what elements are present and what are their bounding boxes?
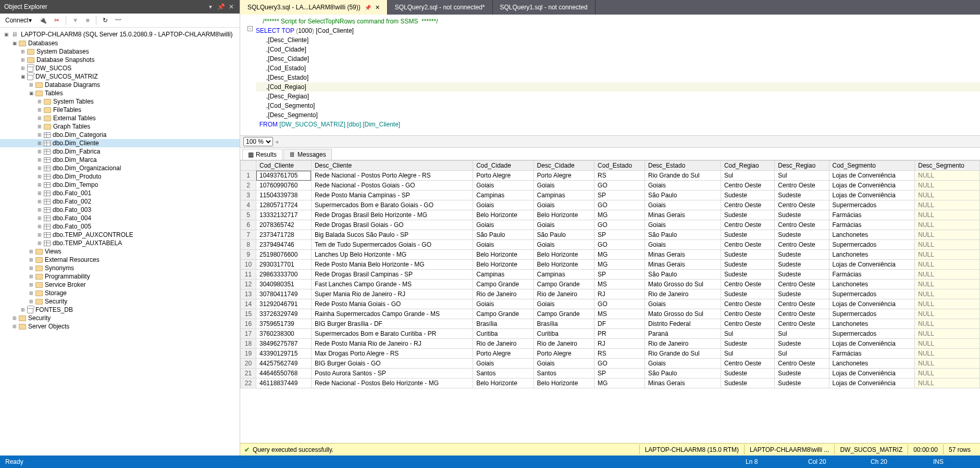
cell[interactable]: Rede Nacional - Postos Porto Alegre - RS [311, 171, 473, 181]
cell[interactable]: 29863333700 [256, 270, 312, 280]
cell[interactable]: Centro Oeste [775, 240, 829, 250]
cell[interactable]: 44646550768 [256, 369, 312, 378]
cell[interactable]: MG [594, 250, 645, 260]
table-row[interactable]: 72373471728Big Balada Sucos São Paulo - … [241, 230, 980, 240]
col-Desc_Regiao[interactable]: Desc_Regiao [775, 161, 829, 171]
cell[interactable]: São Paulo [644, 191, 721, 200]
cell[interactable]: Sudeste [775, 270, 829, 280]
cell[interactable]: Goiais [534, 181, 594, 191]
col-Cod_Cliente[interactable]: Cod_Cliente [256, 161, 312, 171]
cell[interactable]: NULL [915, 250, 980, 260]
cell[interactable]: Lojas de Conveniência [829, 191, 915, 200]
db-dwsucos[interactable]: ⊞DW_SUCOS [0, 64, 240, 72]
cell[interactable]: NULL [915, 369, 980, 378]
cell[interactable]: Tem de Tudo Supermercados Goiais - GO [311, 240, 473, 250]
cell[interactable]: BIG Burger Goiais - GO [311, 359, 473, 369]
cell[interactable]: Lojas de Conveniência [829, 181, 915, 191]
col-Desc_Cidade[interactable]: Desc_Cidade [534, 161, 594, 171]
cell[interactable]: 43390129715 [256, 349, 312, 359]
cell[interactable]: NULL [915, 378, 980, 388]
cell[interactable]: Campo Grande [473, 280, 534, 289]
system-tables-node[interactable]: ⊞System Tables [0, 97, 240, 106]
cell[interactable]: Goiais [473, 220, 534, 230]
row-number[interactable]: 2 [241, 181, 256, 191]
cell[interactable]: BIG Burger Brasília - DF [311, 319, 473, 329]
cell[interactable]: GO [594, 181, 645, 191]
cell[interactable]: Lojas de Conveniência [829, 369, 915, 378]
col-Cod_Segmento[interactable]: Cod_Segmento [829, 161, 915, 171]
cell[interactable]: Lanchonetes [829, 230, 915, 240]
cell[interactable]: Goiais [473, 299, 534, 309]
cell[interactable]: 44257562749 [256, 359, 312, 369]
cell[interactable]: Brasília [534, 319, 594, 329]
table-dim-organizacional[interactable]: ⊞dbo.Dim_Organizacional [0, 164, 240, 172]
table-row[interactable]: 925198076600Lanches Up Belo Horizonte - … [241, 250, 980, 260]
cell[interactable]: NULL [915, 349, 980, 359]
cell[interactable]: Sudeste [775, 250, 829, 260]
cell[interactable]: Mato Grosso do Sul [644, 280, 721, 289]
disconnect2-icon[interactable]: ✂ [52, 16, 61, 25]
cell[interactable]: Belo Horizonte [534, 260, 594, 270]
cell[interactable]: Sudeste [775, 378, 829, 388]
cell[interactable]: Rio de Janeiro [473, 339, 534, 349]
results-grid-wrap[interactable]: Cod_ClienteDesc_ClienteCod_CidadeDesc_Ci… [240, 160, 980, 443]
table-row[interactable]: 1431292046791Rede Posto Mania Goiais - G… [241, 299, 980, 309]
cell[interactable]: Centro Oeste [775, 319, 829, 329]
cell[interactable]: Campo Grande [534, 309, 594, 319]
cell[interactable]: Campo Grande [473, 309, 534, 319]
sql-editor[interactable]: − /****** Script for SelectTopNRows comm… [240, 15, 980, 135]
cell[interactable]: Centro Oeste [775, 200, 829, 210]
cell[interactable]: MG [594, 260, 645, 270]
cell[interactable]: Sudeste [721, 270, 774, 280]
table-row[interactable]: 163759651739BIG Burger Brasília - DFBras… [241, 319, 980, 329]
cell[interactable]: Belo Horizonte [534, 210, 594, 220]
stop-icon[interactable]: ■ [84, 16, 92, 25]
cell[interactable]: Rede Posto Mania Rio de Janeiro - RJ [311, 339, 473, 349]
cell[interactable]: Goiais [534, 200, 594, 210]
cell[interactable]: Sudeste [775, 191, 829, 200]
object-tree[interactable]: ▣🖥LAPTOP-CHLAARM8 (SQL Server 15.0.2080.… [0, 28, 240, 456]
cell[interactable]: Paraná [644, 329, 721, 339]
row-number[interactable]: 17 [241, 329, 256, 339]
cell[interactable]: Centro Oeste [775, 309, 829, 319]
dropdown-icon[interactable]: ▾ [206, 3, 215, 11]
cell[interactable]: RJ [594, 339, 645, 349]
cell[interactable]: Sudeste [721, 378, 774, 388]
cell[interactable]: Sudeste [775, 260, 829, 270]
cell[interactable]: Campinas [473, 191, 534, 200]
table-row[interactable]: 2144646550768Posto Aurora Santos - SPSan… [241, 369, 980, 378]
table-row[interactable]: 1330780411749Super Mania Rio de Janeiro … [241, 289, 980, 299]
cell[interactable]: Sudeste [721, 230, 774, 240]
cell[interactable]: Distrito Federal [644, 319, 721, 329]
row-number[interactable]: 13 [241, 289, 256, 299]
cell[interactable]: Sudeste [721, 260, 774, 270]
cell[interactable]: São Paulo [644, 369, 721, 378]
cell[interactable]: Goiais [473, 240, 534, 250]
cell[interactable]: NULL [915, 280, 980, 289]
cell[interactable]: Goiais [534, 359, 594, 369]
table-dim-cliente[interactable]: ⊞dbo.Dim_Cliente [0, 139, 240, 147]
cell[interactable]: NULL [915, 309, 980, 319]
cell[interactable]: Rio de Janeiro [473, 289, 534, 299]
cell[interactable]: Lanchonetes [829, 359, 915, 369]
row-number[interactable]: 8 [241, 240, 256, 250]
cell[interactable]: NULL [915, 329, 980, 339]
cell[interactable]: Sul [775, 329, 829, 339]
cell[interactable]: Goiais [644, 181, 721, 191]
cell[interactable]: Porto Alegre [473, 349, 534, 359]
cell[interactable]: Sudeste [775, 230, 829, 240]
row-number[interactable]: 9 [241, 250, 256, 260]
col-Desc_Segmento[interactable]: Desc_Segmento [915, 161, 980, 171]
cell[interactable]: Brasília [473, 319, 534, 329]
cell[interactable]: Centro Oeste [721, 220, 774, 230]
table-row[interactable]: 210760990760Rede Nacional - Postos Goiai… [241, 181, 980, 191]
cell[interactable]: Farmácias [829, 220, 915, 230]
cell[interactable]: Curitiba [473, 329, 534, 339]
cell[interactable]: Farmácias [829, 349, 915, 359]
table-dim-marca[interactable]: ⊞dbo.Dim_Marca [0, 156, 240, 164]
cell[interactable]: Belo Horizonte [534, 250, 594, 260]
cell[interactable]: Rede Drogas Brasil Goiais - GO [311, 220, 473, 230]
cell[interactable]: Sudeste [721, 210, 774, 220]
cell[interactable]: DF [594, 319, 645, 329]
cell[interactable]: Centro Oeste [775, 181, 829, 191]
